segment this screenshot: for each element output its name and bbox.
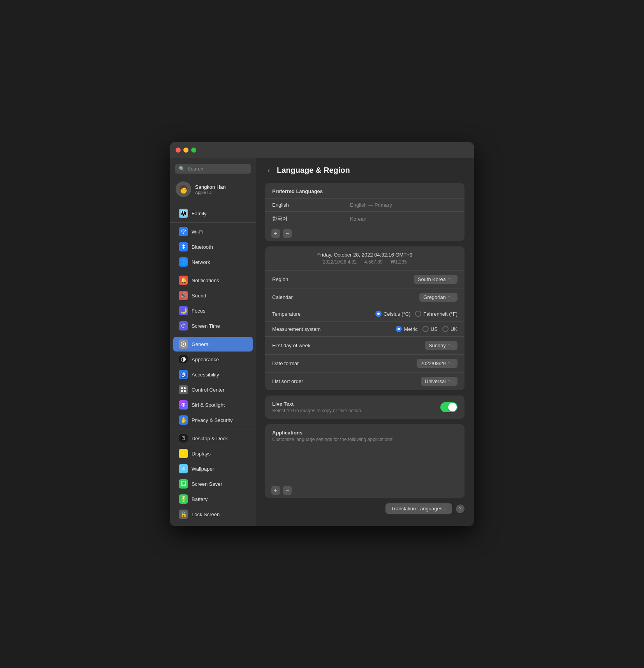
content-area: 🔍 🧑 Sangkon Han Apple ID 👨‍👩‍👧 Family [170,158,474,526]
bottom-toolbar: Translation Languages... ? [265,503,465,514]
dateformat-value: 2022/08/29 [421,360,446,366]
listsort-label: List sort order [272,378,303,384]
fahrenheit-radio[interactable] [415,311,421,317]
battery-icon: 🔋 [179,494,188,504]
celsius-option[interactable]: Celsius (°C) [375,311,410,317]
dateformat-label: Date format [272,360,299,366]
sidebar: 🔍 🧑 Sangkon Han Apple ID 👨‍👩‍👧 Family [170,158,256,526]
sidebar-item-sound[interactable]: 🔊 Sound [173,288,253,303]
sidebar-item-family[interactable]: 👨‍👩‍👧 Family [173,206,253,221]
user-profile[interactable]: 🧑 Sangkon Han Apple ID [170,179,256,202]
dateformat-row: Date format 2022/08/29 ⌃⌄ [265,355,465,373]
dateformat-control: 2022/08/29 ⌃⌄ [417,359,457,368]
user-name: Sangkon Han [195,184,226,190]
sidebar-item-network[interactable]: 🌐 Network [173,255,253,269]
sidebar-item-screensaver[interactable]: 🖼 Screen Saver [173,476,253,491]
help-button[interactable]: ? [456,505,465,513]
applications-title: Applications [272,430,457,436]
metric-radio[interactable] [396,326,402,332]
sidebar-label-siri: Siri & Spotlight [192,402,225,408]
sidebar-item-appearance[interactable]: Appearance [173,352,253,367]
us-label: US [431,326,438,332]
user-info: Sangkon Han Apple ID [195,184,226,195]
sidebar-item-siri[interactable]: Siri & Spotlight [173,397,253,412]
sidebar-item-screentime[interactable]: ⏱ Screen Time [173,318,253,333]
live-text-title: Live Text [272,401,362,407]
celsius-radio[interactable] [375,311,382,317]
sidebar-label-family: Family [192,211,206,216]
translation-languages-button[interactable]: Translation Languages... [385,503,452,514]
network-icon: 🌐 [179,257,188,267]
sidebar-item-wallpaper[interactable]: ❄ Wallpaper [173,461,253,476]
calendar-select[interactable]: Gregorian ⌃⌄ [419,293,457,302]
sidebar-item-bluetooth[interactable]: Bluetooth [173,239,253,254]
dateformat-arrow: ⌃⌄ [447,361,454,366]
applications-controls: + − [265,483,465,498]
sidebar-label-focus: Focus [192,308,205,314]
sidebar-divider-3 [170,271,256,271]
measurement-label: Measurement system [272,326,320,332]
metric-option[interactable]: Metric [396,326,417,332]
applications-card: Applications Customize language settings… [265,424,465,498]
page-header: ‹ Language & Region [265,165,465,175]
sidebar-divider-5 [170,429,256,429]
sidebar-item-notifications[interactable]: 🔔 Notifications [173,273,253,288]
sidebar-label-screensaver: Screen Saver [192,481,222,487]
search-box[interactable]: 🔍 [175,164,251,174]
listsort-control: Universal ⌃⌄ [421,377,457,386]
calendar-label: Calendar [272,294,293,300]
datetime-preview: Friday, October 28, 2022 04:32:16 GMT+9 … [265,246,465,271]
siri-icon [179,400,188,410]
screensaver-icon: 🖼 [179,479,188,489]
minimize-button[interactable] [183,148,188,153]
sidebar-item-displays[interactable]: ✦ Displays [173,446,253,461]
sidebar-item-controlcenter[interactable]: Control Center [173,382,253,397]
bluetooth-icon [179,242,188,251]
calendar-arrow: ⌃⌄ [447,295,454,299]
sidebar-item-privacy[interactable]: ✋ Privacy & Security [173,413,253,427]
svg-rect-5 [184,390,186,392]
sidebar-divider-4 [170,335,256,335]
focus-icon: 🌙 [179,306,188,315]
region-value: South Korea [418,276,446,282]
us-radio[interactable] [422,326,429,332]
dateformat-select[interactable]: 2022/08/29 ⌃⌄ [417,359,457,368]
sidebar-label-accessibility: Accessibility [192,372,219,378]
korean-language-value: Korean [350,216,366,222]
uk-radio[interactable] [442,326,449,332]
sidebar-item-lockscreen[interactable]: 🔒 Lock Screen [173,507,253,522]
live-text-toggle[interactable] [440,402,457,412]
remove-application-button[interactable]: − [283,486,292,495]
sidebar-label-sound: Sound [192,293,206,299]
sidebar-item-focus[interactable]: 🌙 Focus [173,303,253,318]
sidebar-label-privacy: Privacy & Security [192,417,232,423]
sidebar-item-battery[interactable]: 🔋 Battery [173,492,253,506]
region-select[interactable]: South Korea ⌃⌄ [414,275,457,284]
back-button[interactable]: ‹ [265,165,272,175]
fahrenheit-option[interactable]: Fahrenheit (°F) [415,311,457,317]
sidebar-item-desktop[interactable]: 🖥 Desktop & Dock [173,431,253,446]
sidebar-label-displays: Displays [192,451,211,457]
sidebar-item-wifi[interactable]: Wi-Fi [173,224,253,239]
add-application-button[interactable]: + [271,486,280,495]
svg-rect-2 [181,387,183,389]
region-row: Region South Korea ⌃⌄ [265,271,465,288]
uk-option[interactable]: UK [442,326,457,332]
svg-rect-3 [184,387,186,389]
close-button[interactable] [176,148,181,153]
firstday-select[interactable]: Sunday ⌃⌄ [425,341,457,350]
page-title: Language & Region [277,166,350,175]
sidebar-item-accessibility[interactable]: ♿ Accessibility [173,367,253,382]
fullscreen-button[interactable] [191,148,196,153]
us-option[interactable]: US [422,326,438,332]
calendar-control: Gregorian ⌃⌄ [419,293,457,302]
sidebar-label-appearance: Appearance [192,357,219,362]
add-language-button[interactable]: + [271,229,280,238]
listsort-select[interactable]: Universal ⌃⌄ [421,377,457,386]
datetime-main: Friday, October 28, 2022 04:32:16 GMT+9 [272,252,457,258]
sidebar-label-notifications: Notifications [192,278,219,283]
remove-language-button[interactable]: − [283,229,292,238]
titlebar [170,142,474,158]
search-input[interactable] [187,166,247,172]
sidebar-item-general[interactable]: General [173,337,253,352]
